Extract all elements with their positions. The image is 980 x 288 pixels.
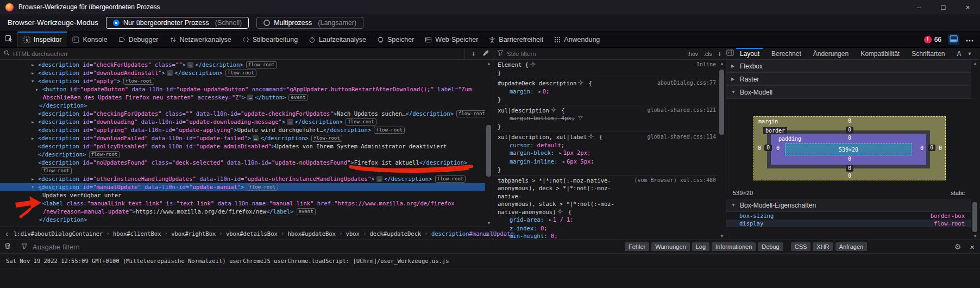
expand-arrow-icon[interactable]: ▶ bbox=[32, 118, 38, 127]
rule-source-link[interactable]: global-shared.css:114 bbox=[643, 133, 716, 141]
tab-netzwerkanalyse[interactable]: Netzwerkanalyse bbox=[164, 32, 237, 47]
padding-right-value[interactable]: 0 bbox=[920, 145, 924, 151]
pseudo-class-button[interactable]: :hov bbox=[687, 51, 698, 57]
close-button[interactable]: × bbox=[956, 0, 980, 14]
section-box-model[interactable]: ▼ Box-Modell bbox=[726, 86, 971, 99]
badge-flow-root[interactable]: flow-root bbox=[456, 110, 485, 117]
section-flexbox[interactable]: ▶ Flexbox bbox=[726, 60, 971, 73]
sidebar-scrollbar[interactable]: ▲ ▼ bbox=[971, 60, 979, 240]
target-icon[interactable] bbox=[551, 107, 556, 115]
sidebar-tab-änderungen[interactable]: Änderungen bbox=[807, 48, 855, 59]
tab-konsole[interactable]: Konsole bbox=[67, 32, 112, 47]
css-declaration[interactable]: z-index: 0; bbox=[498, 224, 716, 233]
console-settings-icon[interactable]: ⚙ bbox=[954, 242, 962, 251]
error-count-badge[interactable]: ! 66 bbox=[924, 36, 941, 43]
border-top-value[interactable]: 0 bbox=[846, 127, 853, 133]
margin-left-value[interactable]: 0 bbox=[758, 145, 761, 151]
console-filter-fehler[interactable]: Fehler bbox=[625, 242, 649, 251]
badge-event[interactable]: event bbox=[297, 208, 316, 215]
devtools-menu-button[interactable] bbox=[966, 35, 973, 43]
tab-debugger[interactable]: Debugger bbox=[113, 32, 164, 47]
tab-laufzeitanalyse[interactable]: Laufzeitanalyse bbox=[303, 32, 372, 47]
css-rule[interactable]: #updateDeck description {aboutDialog.css… bbox=[493, 78, 718, 105]
split-console-toggle[interactable] bbox=[948, 34, 959, 45]
css-declaration[interactable]: cursor: default; bbox=[498, 141, 716, 149]
breadcrumb-item[interactable]: deck#updateDeck bbox=[367, 230, 425, 237]
markup-row[interactable]: <label class="manualLink text-link" is="… bbox=[0, 199, 485, 208]
badge-flow-root[interactable]: flow-root bbox=[225, 70, 256, 77]
expand-arrow-icon[interactable]: ▶ bbox=[32, 135, 38, 143]
css-declaration[interactable]: grid-area: ▶1 / 1; bbox=[498, 216, 716, 224]
all-tabs-chevron-icon[interactable]: ▼ bbox=[968, 51, 980, 57]
badge-flow-root[interactable]: flow-root bbox=[345, 118, 376, 126]
target-icon[interactable] bbox=[530, 61, 536, 69]
section-box-model-properties[interactable]: ▼ Box-Modell-Eigenschaften bbox=[726, 199, 971, 212]
tab-inspektor[interactable]: Inspektor bbox=[18, 32, 67, 47]
border-right-value[interactable]: 0 bbox=[928, 145, 935, 151]
markup-row[interactable]: <description id="checkingForUpdates" cla… bbox=[0, 110, 485, 118]
sidebar-tab-a[interactable]: A bbox=[951, 48, 968, 59]
markup-row[interactable]: flow-root bbox=[0, 167, 485, 175]
breadcrumb-next-icon[interactable]: › bbox=[483, 229, 491, 238]
breadcrumb-item[interactable]: l:div#aboutDialogContainer bbox=[10, 230, 106, 237]
badge-event[interactable]: event bbox=[288, 94, 307, 101]
mode-option[interactable]: Multiprozess(Langsamer) bbox=[256, 17, 363, 29]
console-filter-anfragen[interactable]: Anfragen bbox=[835, 242, 868, 251]
console-filter-css[interactable]: CSS bbox=[791, 242, 811, 251]
add-node-button[interactable]: + bbox=[472, 49, 476, 58]
badge-flow-root[interactable]: flow-root bbox=[246, 61, 277, 68]
tab-stilbearbeitung[interactable]: Stilbearbeitung bbox=[237, 32, 303, 47]
box-model-content[interactable]: 539×20 bbox=[785, 143, 912, 155]
breadcrumb-item[interactable]: vbox bbox=[343, 230, 363, 237]
css-declaration[interactable]: margin-inline: ▶6px 5px; bbox=[498, 158, 716, 166]
badge-flow-root[interactable]: flow-root bbox=[123, 78, 154, 85]
html-search-input[interactable]: HTML durchsuchen bbox=[13, 51, 67, 57]
breadcrumb-prev-icon[interactable]: ‹ bbox=[3, 229, 10, 238]
minimize-button[interactable]: – bbox=[907, 0, 931, 14]
markup-row[interactable]: <description id="applying" data-l10n-id=… bbox=[0, 126, 485, 134]
collapsed-ellipsis[interactable]: … bbox=[247, 95, 253, 101]
border-left-value[interactable]: 0 bbox=[764, 145, 772, 151]
breadcrumb-item[interactable]: vbox#rightBox bbox=[168, 230, 219, 237]
markup-row[interactable]: </description>flow-root bbox=[0, 151, 485, 159]
markup-row[interactable]: </description> bbox=[0, 102, 485, 110]
css-declaration[interactable]: margin-bottom: 4px; bbox=[498, 114, 716, 123]
padding-bottom-value[interactable]: 0 bbox=[848, 156, 851, 162]
tab-anwendung[interactable]: Anwendung bbox=[549, 32, 605, 47]
badge-flow-root[interactable]: flow-root bbox=[311, 135, 342, 142]
sidebar-tab-schriftarten[interactable]: Schriftarten bbox=[906, 48, 951, 59]
maximize-button[interactable]: □ bbox=[931, 0, 956, 14]
element-picker-button[interactable] bbox=[0, 32, 18, 47]
expand-arrow-icon[interactable]: ▶ bbox=[32, 61, 38, 70]
expand-shorthand-icon[interactable]: ▶ bbox=[539, 90, 541, 94]
rule-source-link[interactable]: Inline bbox=[692, 61, 716, 69]
css-rule[interactable]: xul|description, xul|label {global-share… bbox=[493, 132, 718, 176]
property-row[interactable]: box-sizing border-box bbox=[726, 212, 971, 220]
property-row[interactable]: display flow-root bbox=[726, 220, 971, 227]
target-icon[interactable] bbox=[588, 133, 594, 141]
markup-row[interactable]: /new?reason=manual-update">https://www.m… bbox=[0, 208, 485, 216]
rule-source-link[interactable]: (vom Browser) xul.css:480 bbox=[630, 177, 716, 185]
markup-row[interactable]: ▶<description id="downloadFailed" data-l… bbox=[0, 134, 485, 142]
tab-speicher[interactable]: Speicher bbox=[372, 32, 419, 47]
markup-row[interactable]: Updates verfügbar unter bbox=[0, 191, 485, 199]
markup-row[interactable]: </description> bbox=[0, 216, 485, 224]
css-declaration[interactable]: margin: ▶0; bbox=[498, 87, 716, 96]
expand-arrow-icon[interactable]: ▼ bbox=[32, 78, 38, 86]
markup-row[interactable]: ▼<description id="manualUpdate" data-l10… bbox=[0, 183, 485, 191]
css-declaration[interactable]: min-height: 0; bbox=[498, 232, 716, 240]
mode-option[interactable]: Nur übergeordneter Prozess(Schnell) bbox=[106, 17, 249, 29]
markup-row[interactable]: ▶<description id="downloading" data-l10n… bbox=[0, 118, 485, 126]
console-close-icon[interactable]: × bbox=[970, 242, 975, 252]
border-bottom-value[interactable]: 0 bbox=[846, 165, 853, 172]
rules-scrollbar[interactable]: ▲ ▼ bbox=[718, 60, 726, 240]
sidebar-tab-berechnet[interactable]: Berechnet bbox=[765, 48, 807, 59]
rule-source-link[interactable]: global-shared.css:121 bbox=[643, 107, 716, 115]
expand-shorthand-icon[interactable]: ▶ bbox=[563, 160, 565, 164]
console-filter-informationen[interactable]: Informationen bbox=[712, 242, 756, 251]
target-icon[interactable] bbox=[557, 208, 563, 216]
tab-web-speicher[interactable]: Web-Speicher bbox=[419, 32, 483, 47]
css-rule[interactable]: Element {Inline} bbox=[493, 60, 718, 78]
padding-left-value[interactable]: 0 bbox=[776, 145, 780, 151]
margin-bottom-value[interactable]: 0 bbox=[848, 173, 851, 179]
